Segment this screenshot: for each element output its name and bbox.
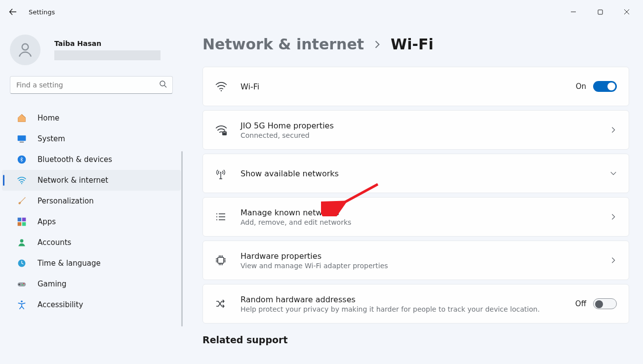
accessibility-icon bbox=[17, 300, 31, 310]
card-subtitle: Connected, secured bbox=[241, 131, 610, 139]
bluetooth-icon bbox=[17, 155, 31, 164]
card-manage-known[interactable]: Manage known networks Add, remove, and e… bbox=[202, 197, 629, 237]
minimize-button[interactable] bbox=[562, 4, 585, 20]
search-container bbox=[10, 76, 173, 94]
card-title: Hardware properties bbox=[241, 251, 610, 261]
nav-item-home[interactable]: Home bbox=[0, 108, 183, 128]
chevron-down-icon bbox=[610, 170, 617, 177]
arrow-left-icon bbox=[9, 8, 17, 16]
svg-point-11 bbox=[20, 239, 24, 243]
chevron-right-icon bbox=[610, 126, 617, 133]
card-wifi-toggle[interactable]: Wi-Fi On bbox=[202, 67, 629, 106]
nav-label: Network & internet bbox=[38, 176, 108, 185]
random-mac-toggle[interactable] bbox=[593, 298, 617, 309]
nav-item-gaming[interactable]: Gaming bbox=[0, 274, 183, 294]
card-random-mac[interactable]: Random hardware addresses Help protect y… bbox=[202, 284, 629, 324]
card-title: JIO 5G Home properties bbox=[241, 121, 610, 130]
nav-item-accessibility[interactable]: Accessibility bbox=[0, 294, 183, 315]
svg-point-6 bbox=[21, 183, 22, 184]
svg-point-23 bbox=[216, 219, 217, 220]
list-icon bbox=[215, 211, 234, 223]
maximize-button[interactable] bbox=[589, 4, 611, 20]
nav-label: Home bbox=[38, 114, 59, 122]
svg-point-2 bbox=[160, 81, 165, 86]
breadcrumb: Network & internet Wi-Fi bbox=[202, 36, 629, 53]
home-icon bbox=[17, 113, 31, 123]
svg-rect-3 bbox=[18, 135, 26, 141]
svg-rect-4 bbox=[20, 142, 24, 143]
svg-rect-24 bbox=[218, 257, 224, 263]
svg-rect-8 bbox=[22, 218, 26, 222]
card-hardware[interactable]: Hardware properties View and manage Wi-F… bbox=[202, 241, 629, 280]
chevron-right-icon bbox=[610, 257, 617, 264]
related-support-heading: Related support bbox=[202, 334, 629, 345]
chip-icon bbox=[215, 254, 234, 266]
nav-list: Home System Bluetooth & devices Network … bbox=[0, 108, 183, 315]
nav-item-accounts[interactable]: Accounts bbox=[0, 232, 183, 253]
apps-icon bbox=[17, 217, 31, 227]
breadcrumb-parent[interactable]: Network & internet bbox=[202, 36, 364, 53]
nav-label: Time & language bbox=[38, 259, 101, 268]
svg-point-16 bbox=[21, 301, 23, 303]
nav-label: Personalization bbox=[38, 197, 94, 205]
card-title: Random hardware addresses bbox=[241, 295, 575, 304]
chevron-right-icon bbox=[373, 40, 382, 49]
gamepad-icon bbox=[17, 279, 31, 289]
nav-item-apps[interactable]: Apps bbox=[0, 211, 183, 232]
svg-rect-7 bbox=[18, 218, 22, 222]
window-controls bbox=[562, 4, 638, 20]
card-subtitle: Add, remove, and edit networks bbox=[241, 218, 610, 226]
card-show-available[interactable]: Show available networks bbox=[202, 154, 629, 193]
title-bar: Settings bbox=[0, 0, 643, 24]
maximize-icon bbox=[598, 9, 603, 15]
avatar bbox=[10, 35, 40, 65]
svg-point-21 bbox=[216, 213, 217, 214]
svg-point-1 bbox=[22, 44, 29, 50]
svg-point-17 bbox=[221, 90, 222, 91]
nav-label: Bluetooth & devices bbox=[38, 155, 112, 164]
back-button[interactable] bbox=[5, 4, 21, 20]
close-button[interactable] bbox=[615, 4, 638, 20]
breadcrumb-current: Wi-Fi bbox=[391, 36, 434, 53]
nav-item-personalization[interactable]: Personalization bbox=[0, 191, 183, 211]
nav-label: Apps bbox=[38, 217, 56, 226]
card-subtitle: Help protect your privacy by making it h… bbox=[241, 305, 575, 313]
shuffle-icon bbox=[215, 298, 234, 310]
sidebar: Taiba Hasan Home System bbox=[0, 24, 183, 364]
svg-rect-10 bbox=[22, 222, 26, 226]
wifi-icon bbox=[17, 175, 31, 185]
wifi-toggle[interactable] bbox=[593, 81, 617, 92]
card-current-network[interactable]: JIO 5G Home properties Connected, secure… bbox=[202, 110, 629, 150]
nav-item-bluetooth[interactable]: Bluetooth & devices bbox=[0, 149, 183, 170]
user-email-masked bbox=[54, 50, 161, 60]
svg-point-15 bbox=[22, 284, 23, 285]
card-title: Show available networks bbox=[241, 169, 610, 178]
antenna-icon bbox=[215, 167, 234, 180]
card-subtitle: View and manage Wi-Fi adapter properties bbox=[241, 262, 610, 270]
svg-point-20 bbox=[220, 172, 221, 173]
nav-label: Gaming bbox=[38, 280, 67, 288]
card-title: Manage known networks bbox=[241, 208, 610, 217]
brush-icon bbox=[17, 196, 31, 206]
svg-rect-9 bbox=[18, 222, 22, 226]
toggle-label: On bbox=[576, 82, 586, 91]
search-input[interactable] bbox=[10, 76, 173, 94]
nav-item-network[interactable]: Network & internet bbox=[2, 170, 181, 191]
nav-item-system[interactable]: System bbox=[0, 128, 183, 149]
svg-rect-19 bbox=[223, 132, 226, 135]
content: Network & internet Wi-Fi Wi-Fi On bbox=[183, 24, 643, 364]
nav-item-time-language[interactable]: Time & language bbox=[0, 253, 183, 274]
person-icon bbox=[16, 41, 34, 59]
nav-label: Accessibility bbox=[38, 300, 83, 309]
wifi-icon bbox=[215, 80, 234, 93]
window-title: Settings bbox=[29, 8, 55, 16]
svg-rect-0 bbox=[598, 10, 603, 14]
close-icon bbox=[624, 9, 630, 15]
user-profile[interactable]: Taiba Hasan bbox=[0, 32, 183, 72]
svg-point-14 bbox=[23, 283, 25, 284]
clock-globe-icon bbox=[17, 258, 31, 268]
search-icon bbox=[159, 80, 167, 90]
card-title: Wi-Fi bbox=[241, 82, 576, 91]
wifi-lock-icon bbox=[215, 123, 234, 136]
user-name: Taiba Hasan bbox=[54, 40, 161, 47]
